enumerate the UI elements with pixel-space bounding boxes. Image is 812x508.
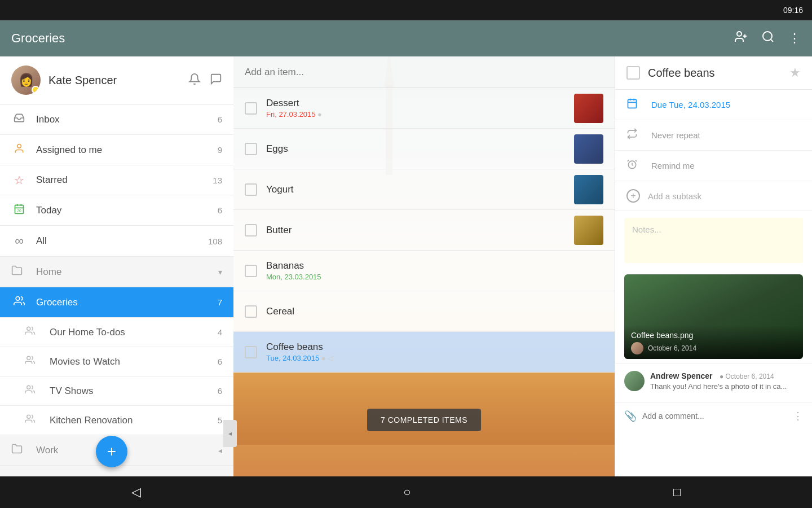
tv-shows-count: 6: [218, 386, 222, 396]
sidebar: 👩 Kate Spencer: [0, 56, 233, 476]
task-checkbox[interactable]: [245, 102, 257, 115]
kitchen-label: Kitchen Renovation: [50, 415, 218, 426]
user-name: Kate Spencer: [48, 74, 188, 87]
task-content: Butter: [266, 225, 574, 236]
task-item[interactable]: Cereal: [233, 291, 615, 332]
toolbar-icons: ⋮: [734, 30, 801, 47]
task-list-panel: Dessert Fri, 27.03.2015 ● Eggs Yogurt: [233, 56, 615, 476]
work-folder-icon: [11, 443, 27, 457]
sidebar-item-today[interactable]: 20 Today 6: [0, 195, 233, 226]
detail-remind-row[interactable]: Remind me: [615, 151, 812, 181]
commenter-avatar: [624, 371, 645, 391]
tv-shows-icon: [25, 384, 41, 397]
starred-icon: ☆: [11, 173, 27, 187]
bell-icon[interactable]: [188, 73, 201, 88]
comment-text: Thank you! And here's a photo of it in c…: [650, 382, 803, 391]
task-name: Bananas: [266, 260, 603, 271]
detail-title: Coffee beans: [648, 67, 789, 80]
task-item[interactable]: Bananas Mon, 23.03.2015: [233, 251, 615, 291]
toolbar-title: Groceries: [11, 31, 734, 46]
status-time: 09:16: [783, 6, 803, 15]
assigned-count: 9: [218, 145, 222, 155]
sidebar-section-home[interactable]: Home ▾: [0, 257, 233, 287]
detail-due-date-row[interactable]: Due Tue, 24.03.2015: [615, 90, 812, 120]
task-checkbox[interactable]: [245, 143, 257, 155]
svg-point-14: [27, 386, 30, 389]
assigned-label: Assigned to me: [36, 144, 218, 156]
all-icon: ∞: [11, 234, 27, 248]
fab-add-button[interactable]: +: [96, 436, 127, 467]
user-profile: 👩 Kate Spencer: [0, 56, 233, 104]
task-name: Butter: [266, 225, 574, 236]
comment-section: Andrew Spencer ● October 6, 2014 Thank y…: [615, 364, 812, 402]
detail-repeat-row[interactable]: Never repeat: [615, 120, 812, 151]
comment-input[interactable]: [642, 411, 787, 421]
svg-point-5: [17, 144, 21, 148]
task-checkbox[interactable]: [245, 183, 257, 196]
svg-rect-16: [628, 99, 637, 108]
nav-back-button[interactable]: ◁: [109, 480, 164, 504]
completed-items-banner[interactable]: 7 COMPLETED ITEMS: [367, 409, 481, 431]
chat-icon[interactable]: [210, 73, 222, 88]
comment-item: Andrew Spencer ● October 6, 2014 Thank y…: [624, 371, 803, 391]
attachment-avatar: [631, 342, 643, 354]
comment-author: Andrew Spencer: [650, 371, 712, 380]
sidebar-item-all[interactable]: ∞ All 108: [0, 226, 233, 257]
today-label: Today: [36, 205, 218, 216]
task-checkbox[interactable]: [245, 265, 257, 277]
attachment-card[interactable]: Coffee beans.png October 6, 2014: [624, 274, 803, 359]
task-name: Eggs: [266, 143, 574, 155]
search-icon[interactable]: [761, 30, 775, 47]
all-count: 108: [208, 237, 222, 246]
starred-label: Starred: [36, 174, 213, 186]
task-checkbox[interactable]: [245, 305, 257, 318]
task-content: Yogurt: [266, 184, 574, 195]
task-item[interactable]: Eggs: [233, 129, 615, 169]
all-label: All: [36, 235, 208, 247]
add-user-icon[interactable]: [734, 30, 748, 47]
task-name: Coffee beans: [266, 341, 603, 353]
task-date: Mon, 23.03.2015: [266, 273, 603, 281]
attach-icon[interactable]: 📎: [624, 410, 637, 422]
task-item[interactable]: Dessert Fri, 27.03.2015 ●: [233, 88, 615, 129]
calendar-icon: [626, 98, 643, 112]
sidebar-item-tv-shows[interactable]: TV Shows 6: [0, 376, 233, 406]
task-checkbox[interactable]: [245, 224, 257, 237]
sidebar-item-inbox[interactable]: Inbox 6: [0, 104, 233, 135]
sidebar-item-assigned[interactable]: Assigned to me 9: [0, 135, 233, 165]
sidebar-item-kitchen[interactable]: Kitchen Renovation 5: [0, 406, 233, 435]
status-bar: 09:16: [0, 0, 812, 20]
task-name: Cereal: [266, 306, 603, 317]
add-item-input[interactable]: [245, 67, 603, 78]
sidebar-item-movies[interactable]: Movies to Watch 6: [0, 347, 233, 376]
inbox-count: 6: [218, 115, 222, 124]
kitchen-icon: [25, 414, 41, 427]
task-content: Bananas Mon, 23.03.2015: [266, 260, 603, 281]
detail-checkbox[interactable]: [626, 66, 640, 80]
groceries-label: Groceries: [36, 297, 218, 308]
task-content: Eggs: [266, 143, 574, 155]
sidebar-collapse-button[interactable]: ◂: [223, 420, 233, 447]
task-checkbox[interactable]: [245, 346, 257, 358]
nav-recents-button[interactable]: □: [651, 480, 703, 504]
subtask-label: Add a subtask: [648, 191, 701, 201]
sidebar-item-our-home[interactable]: Our Home To-dos 4: [0, 318, 233, 347]
task-thumbnail: [574, 175, 603, 204]
add-subtask-row[interactable]: + Add a subtask: [615, 181, 812, 211]
comment-more-icon[interactable]: ⋮: [793, 410, 803, 422]
back-icon: ◁: [131, 485, 141, 500]
our-home-icon: [25, 326, 41, 339]
work-chevron-icon: ◂: [218, 446, 222, 455]
bottom-navigation: ◁ ○ □: [0, 476, 812, 508]
sidebar-item-starred[interactable]: ☆ Starred 13: [0, 165, 233, 195]
more-icon[interactable]: ⋮: [788, 31, 801, 46]
nav-home-button[interactable]: ○: [381, 480, 433, 504]
detail-star-icon[interactable]: ★: [789, 65, 801, 80]
detail-panel: Coffee beans ★ Due Tue, 24.03.2015: [615, 56, 812, 476]
sidebar-item-groceries[interactable]: Groceries 7: [0, 287, 233, 318]
our-home-count: 4: [218, 327, 222, 337]
task-item[interactable]: Butter: [233, 210, 615, 251]
notes-area[interactable]: Notes...: [624, 218, 803, 263]
task-item[interactable]: Yogurt: [233, 169, 615, 210]
task-item[interactable]: Coffee beans Tue, 24.03.2015 ● ◁: [233, 332, 615, 373]
